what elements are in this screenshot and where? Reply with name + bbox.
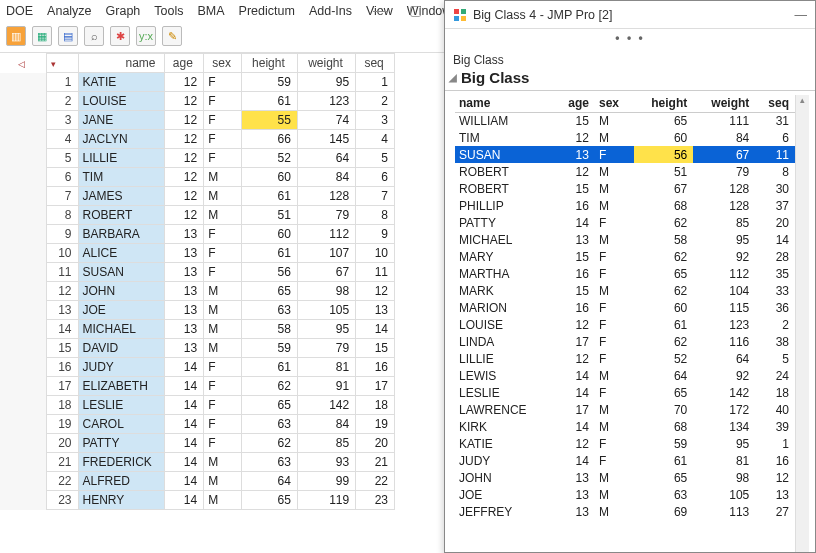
cell-sex[interactable]: M: [595, 231, 634, 248]
maximize-icon[interactable]: ▢: [409, 2, 422, 18]
column-header-seq[interactable]: seq: [356, 54, 395, 73]
table-row[interactable]: 18LESLIE14F6514218: [0, 396, 395, 415]
cell-weight[interactable]: 91: [297, 377, 355, 396]
cell-seq[interactable]: 22: [356, 472, 395, 491]
table-row[interactable]: 9BARBARA13F601129: [0, 225, 395, 244]
table-row[interactable]: JEFFREY13M6911327: [455, 503, 795, 520]
row-number[interactable]: 12: [46, 282, 78, 301]
cell-weight[interactable]: 142: [297, 396, 355, 415]
cell-name[interactable]: SUSAN: [78, 263, 164, 282]
cell-seq[interactable]: 13: [755, 486, 795, 503]
row-number[interactable]: 1: [46, 73, 78, 92]
minimize-icon[interactable]: —: [795, 8, 808, 22]
cell-age[interactable]: 14: [164, 396, 204, 415]
scroll-up-icon[interactable]: ▴: [796, 95, 809, 105]
cell-age[interactable]: 14: [164, 453, 204, 472]
toolbar-button[interactable]: ▤: [58, 26, 78, 46]
table-row[interactable]: ROBERT12M51798: [455, 163, 795, 180]
column-header-age[interactable]: age: [164, 54, 204, 73]
cell-name[interactable]: WILLIAM: [455, 112, 555, 129]
cell-name[interactable]: FREDERICK: [78, 453, 164, 472]
cell-sex[interactable]: M: [204, 320, 242, 339]
cell-height[interactable]: 68: [634, 418, 693, 435]
cell-seq[interactable]: 39: [755, 418, 795, 435]
cell-sex[interactable]: M: [204, 301, 242, 320]
cell-height[interactable]: 51: [634, 163, 693, 180]
cell-seq[interactable]: 37: [755, 197, 795, 214]
cell-height[interactable]: 67: [634, 180, 693, 197]
cell-weight[interactable]: 64: [297, 149, 355, 168]
cell-sex[interactable]: F: [595, 265, 634, 282]
cell-age[interactable]: 15: [555, 248, 595, 265]
cell-sex[interactable]: M: [595, 197, 634, 214]
sorted-header-height[interactable]: height: [634, 95, 693, 112]
cell-sex[interactable]: M: [204, 187, 242, 206]
cell-sex[interactable]: M: [595, 503, 634, 520]
cell-seq[interactable]: 18: [755, 384, 795, 401]
cell-seq[interactable]: 6: [755, 129, 795, 146]
cell-weight[interactable]: 95: [297, 73, 355, 92]
cell-seq[interactable]: 14: [356, 320, 395, 339]
cell-weight[interactable]: 112: [693, 265, 755, 282]
cell-seq[interactable]: 21: [356, 453, 395, 472]
table-row[interactable]: 6TIM12M60846: [0, 168, 395, 187]
cell-age[interactable]: 12: [164, 206, 204, 225]
table-row[interactable]: 19CAROL14F638419: [0, 415, 395, 434]
cell-height[interactable]: 56: [242, 263, 298, 282]
cell-height[interactable]: 63: [242, 415, 298, 434]
cell-weight[interactable]: 85: [297, 434, 355, 453]
cell-height[interactable]: 65: [242, 282, 298, 301]
cell-weight[interactable]: 98: [693, 469, 755, 486]
overflow-menu-icon[interactable]: • • •: [445, 29, 815, 47]
cell-height[interactable]: 52: [242, 149, 298, 168]
toolbar-button[interactable]: y:x: [136, 26, 156, 46]
cell-age[interactable]: 14: [555, 214, 595, 231]
cell-sex[interactable]: M: [595, 163, 634, 180]
cell-seq[interactable]: 14: [755, 231, 795, 248]
cell-seq[interactable]: 15: [356, 339, 395, 358]
row-number[interactable]: 8: [46, 206, 78, 225]
cell-age[interactable]: 14: [555, 367, 595, 384]
toolbar-button[interactable]: ▦: [32, 26, 52, 46]
cell-age[interactable]: 16: [555, 197, 595, 214]
cell-height[interactable]: 55: [242, 111, 298, 130]
cell-sex[interactable]: M: [595, 469, 634, 486]
data-grid[interactable]: ◁ ▾ name age sex height weight seq 1KATI…: [0, 53, 395, 510]
cell-seq[interactable]: 4: [356, 130, 395, 149]
cell-age[interactable]: 12: [164, 111, 204, 130]
table-row[interactable]: 14MICHAEL13M589514: [0, 320, 395, 339]
cell-seq[interactable]: 1: [755, 435, 795, 452]
cell-height[interactable]: 69: [634, 503, 693, 520]
cell-sex[interactable]: F: [204, 396, 242, 415]
cell-sex[interactable]: F: [204, 244, 242, 263]
cell-height[interactable]: 62: [242, 434, 298, 453]
table-row[interactable]: WILLIAM15M6511131: [455, 112, 795, 129]
cell-name[interactable]: DAVID: [78, 339, 164, 358]
cell-age[interactable]: 14: [164, 434, 204, 453]
menu-tools[interactable]: Tools: [154, 4, 183, 18]
table-row[interactable]: MICHAEL13M589514: [455, 231, 795, 248]
table-row[interactable]: LILLIE12F52645: [455, 350, 795, 367]
table-row[interactable]: 10ALICE13F6110710: [0, 244, 395, 263]
cell-seq[interactable]: 13: [356, 301, 395, 320]
row-menu-icon[interactable]: ▾: [51, 59, 56, 69]
cell-sex[interactable]: F: [204, 225, 242, 244]
menu-analyze[interactable]: Analyze: [47, 4, 91, 18]
cell-name[interactable]: ELIZABETH: [78, 377, 164, 396]
menu-bma[interactable]: BMA: [198, 4, 225, 18]
table-row[interactable]: 17ELIZABETH14F629117: [0, 377, 395, 396]
row-number[interactable]: 16: [46, 358, 78, 377]
cell-seq[interactable]: 31: [755, 112, 795, 129]
cell-height[interactable]: 65: [634, 265, 693, 282]
cell-sex[interactable]: M: [595, 418, 634, 435]
cell-seq[interactable]: 27: [755, 503, 795, 520]
table-row[interactable]: PATTY14F628520: [455, 214, 795, 231]
cell-seq[interactable]: 16: [755, 452, 795, 469]
row-number[interactable]: 2: [46, 92, 78, 111]
cell-weight[interactable]: 172: [693, 401, 755, 418]
column-header-weight[interactable]: weight: [297, 54, 355, 73]
cell-weight[interactable]: 64: [693, 350, 755, 367]
cell-age[interactable]: 14: [164, 472, 204, 491]
cell-sex[interactable]: F: [204, 130, 242, 149]
cell-weight[interactable]: 116: [693, 333, 755, 350]
